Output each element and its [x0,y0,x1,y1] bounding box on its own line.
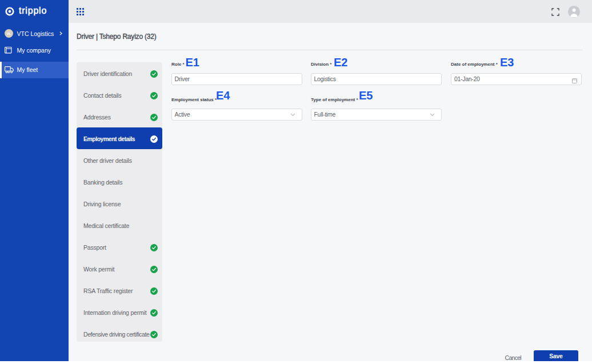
svg-text:VL: VL [7,32,11,35]
